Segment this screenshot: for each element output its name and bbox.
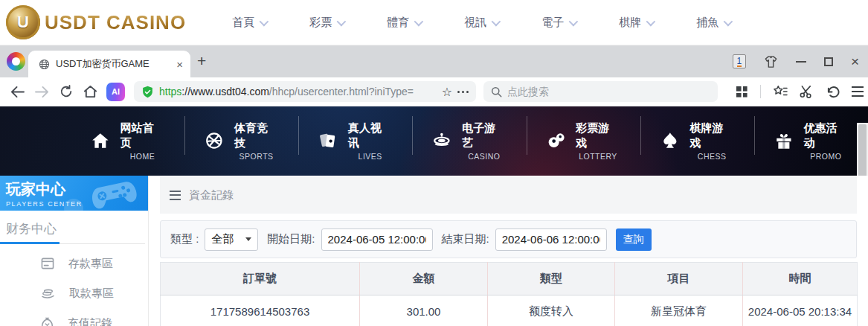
top-nav-item-slots[interactable]: 電子 bbox=[541, 16, 576, 30]
favorites-list-icon[interactable] bbox=[773, 85, 788, 98]
forward-button[interactable] bbox=[35, 86, 49, 98]
nav-item-chess[interactable]: 棋牌游戏CHESS bbox=[640, 121, 754, 162]
top-nav-item-sports[interactable]: 體育 bbox=[387, 16, 421, 30]
roulette-icon bbox=[432, 131, 451, 150]
players-center-header: 玩家中心 PLAYERS CENTER bbox=[0, 176, 148, 211]
top-nav-item-lottery[interactable]: 彩票 bbox=[309, 16, 344, 30]
close-window-button[interactable]: × bbox=[851, 54, 859, 68]
cell-order-number: 1717589614503763 bbox=[161, 295, 360, 326]
col-amount: 金額 bbox=[360, 263, 488, 295]
top-nav-item-video[interactable]: 視訊 bbox=[464, 16, 498, 30]
bookmark-star-icon[interactable]: ☆ bbox=[442, 85, 452, 99]
start-date-label: 開始日期: bbox=[267, 232, 315, 246]
screenshot-scissors-icon[interactable] bbox=[800, 85, 814, 98]
end-date-label: 結束日期: bbox=[442, 232, 489, 246]
brand-name: USDT CASINO bbox=[45, 11, 186, 34]
back-button[interactable] bbox=[10, 86, 25, 98]
cell-type: 额度转入 bbox=[488, 295, 615, 326]
undo-icon[interactable] bbox=[826, 86, 840, 98]
nav-label-en: CASINO bbox=[468, 151, 500, 162]
url-more-icon[interactable] bbox=[457, 91, 469, 93]
lottery-balls-icon bbox=[547, 131, 566, 150]
top-nav-label: 彩票 bbox=[309, 16, 332, 30]
top-nav-label: 電子 bbox=[541, 16, 564, 30]
finance-center-label: 财务中心 bbox=[6, 220, 148, 237]
window-count-badge[interactable]: 1 bbox=[733, 54, 746, 68]
chevron-down-icon bbox=[260, 16, 269, 26]
main-panel: 資金記錄 類型 : 全部 開始日期: 結束日期: 查詢 訂單號 金額 類型 項目 bbox=[149, 176, 868, 326]
site-header: U USDT CASINO 首頁 彩票 體育 視訊 電子 棋牌 捕魚 bbox=[0, 0, 868, 45]
top-nav-item-chess[interactable]: 棋牌 bbox=[619, 16, 653, 30]
sidebar-item-withdraw[interactable]: 取款專區 bbox=[0, 278, 148, 308]
withdraw-icon bbox=[41, 287, 55, 299]
nav-label-en: LIVES bbox=[359, 151, 382, 162]
sidebar-item-recharge-record[interactable]: 充值記錄 bbox=[0, 308, 148, 326]
home-icon bbox=[91, 131, 110, 150]
chevron-down-icon bbox=[724, 16, 733, 26]
sidebar-item-label: 取款專區 bbox=[69, 287, 114, 301]
apps-grid-icon[interactable] bbox=[736, 86, 748, 98]
chevron-down-icon bbox=[646, 16, 656, 26]
cell-time: 2024-06-05 20:13:34 bbox=[743, 295, 858, 326]
minimize-button[interactable] bbox=[796, 61, 806, 63]
moneybag-icon bbox=[41, 316, 54, 326]
start-date-input[interactable] bbox=[321, 228, 433, 251]
top-nav-label: 捕魚 bbox=[696, 16, 718, 30]
brand-logo[interactable]: U USDT CASINO bbox=[6, 5, 186, 39]
top-nav-label: 體育 bbox=[387, 16, 409, 30]
end-date-input[interactable] bbox=[495, 228, 607, 251]
top-nav-item-home[interactable]: 首頁 bbox=[232, 16, 266, 30]
menu-icon[interactable] bbox=[852, 86, 864, 97]
col-project: 項目 bbox=[615, 263, 743, 295]
search-box[interactable] bbox=[483, 81, 718, 102]
sidebar-item-deposit[interactable]: 存款專區 bbox=[0, 249, 148, 278]
top-nav-label: 棋牌 bbox=[619, 16, 641, 30]
ai-assistant-button[interactable]: AI bbox=[106, 83, 125, 101]
nav-label-zh: 体育竞技 bbox=[234, 121, 278, 151]
browser-logo-icon[interactable] bbox=[7, 52, 25, 71]
security-shield-icon[interactable] bbox=[141, 86, 154, 98]
new-tab-button[interactable]: + bbox=[197, 53, 206, 68]
chevron-down-icon bbox=[569, 16, 579, 26]
table-row: 1717589614503763 301.00 额度转入 新皇冠体育 2024-… bbox=[161, 295, 858, 326]
basketball-icon bbox=[205, 131, 224, 150]
toolbar-divider bbox=[760, 85, 761, 98]
nav-item-home[interactable]: 网站首页HOME bbox=[71, 121, 184, 162]
nav-item-lottery[interactable]: 彩票游戏LOTTERY bbox=[527, 121, 640, 162]
funds-record-table: 訂單號 金額 類型 項目 時間 1717589614503763 301.00 … bbox=[160, 262, 858, 326]
tab-title: USDT加密货币GAME bbox=[56, 57, 170, 71]
site-main-nav: 网站首页HOME 体育竞技SPORTS 真人视讯LIVES 电子游艺CASINO… bbox=[0, 106, 868, 176]
section-underline bbox=[0, 243, 145, 244]
cell-amount: 301.00 bbox=[360, 295, 488, 326]
nav-item-casino[interactable]: 电子游艺CASINO bbox=[412, 121, 526, 162]
search-icon bbox=[491, 86, 502, 98]
address-bar[interactable]: https://www.usdt04.com/hhcp/usercenter.h… bbox=[134, 81, 476, 102]
page-title-bar: 資金記錄 bbox=[160, 176, 857, 214]
list-icon[interactable] bbox=[170, 191, 181, 200]
refresh-button[interactable] bbox=[60, 85, 73, 98]
maximize-button[interactable] bbox=[824, 57, 833, 66]
col-type: 類型 bbox=[488, 263, 615, 295]
nav-item-sports[interactable]: 体育竞技SPORTS bbox=[184, 121, 298, 162]
browser-toolbar: AI https://www.usdt04.com/hhcp/usercente… bbox=[0, 77, 868, 106]
search-input[interactable] bbox=[507, 86, 693, 98]
top-nav: 首頁 彩票 體育 視訊 電子 棋牌 捕魚 bbox=[232, 16, 730, 30]
url-host: ://www.usdt04.com bbox=[181, 86, 269, 98]
browser-tab-strip: USDT加密货币GAME × + 1 × bbox=[0, 45, 868, 77]
top-nav-label: 視訊 bbox=[464, 16, 486, 30]
nav-label-zh: 真人视讯 bbox=[348, 121, 392, 151]
type-select[interactable]: 全部 bbox=[205, 228, 258, 251]
browser-tab[interactable]: USDT加密货币GAME × bbox=[28, 51, 190, 77]
nav-item-promo[interactable]: 优惠活动PROMO bbox=[754, 121, 868, 162]
tab-close-icon[interactable]: × bbox=[176, 58, 183, 71]
chevron-down-icon bbox=[414, 16, 424, 26]
top-nav-label: 首頁 bbox=[232, 16, 254, 30]
cell-project: 新皇冠体育 bbox=[615, 295, 743, 326]
query-button[interactable]: 查詢 bbox=[616, 228, 652, 251]
gift-icon bbox=[774, 131, 794, 150]
home-button[interactable] bbox=[83, 85, 97, 98]
theme-shirt-icon[interactable] bbox=[764, 55, 778, 68]
top-nav-item-fishing[interactable]: 捕魚 bbox=[696, 16, 730, 30]
nav-item-lives[interactable]: 真人视讯LIVES bbox=[298, 121, 412, 162]
sidebar: 玩家中心 PLAYERS CENTER 财务中心 存款專區 取款專區 充值記錄 bbox=[0, 176, 149, 326]
